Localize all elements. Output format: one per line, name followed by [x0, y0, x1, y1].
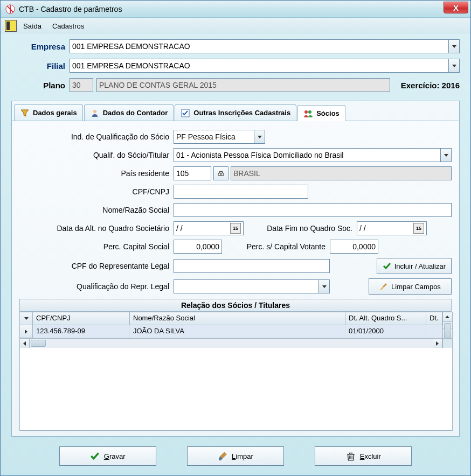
svg-point-4	[308, 110, 311, 114]
ind-qualif-combo[interactable]: PF Pessoa Física	[174, 130, 265, 144]
qualif-socio-label: Qualif. do Sócio/Titular	[19, 151, 174, 159]
scroll-left-icon[interactable]	[20, 339, 30, 348]
chevron-down-icon[interactable]	[440, 149, 451, 162]
cpf-label: CPF/CNPJ	[19, 187, 174, 196]
trash-icon	[346, 451, 356, 461]
cpf-input[interactable]	[174, 185, 308, 199]
tab-body-socios: Ind. de Qualificação do Sócio PF Pessoa …	[12, 121, 459, 436]
check-icon	[90, 451, 100, 461]
pais-code-input[interactable]	[174, 166, 211, 180]
binoculars-icon	[217, 170, 225, 177]
incluir-atualizar-button[interactable]: Incluir / Atualizar	[377, 258, 452, 274]
header-form: Empresa 001 EMPRESA DEMONSTRACAO Filial …	[11, 39, 460, 97]
empresa-combo[interactable]: 001 EMPRESA DEMONSTRACAO	[70, 39, 460, 53]
pais-label: País residente	[19, 169, 174, 178]
filial-value: 001 EMPRESA DEMONSTRACAO	[70, 61, 448, 70]
limpar-button[interactable]: Limpar	[187, 446, 284, 466]
brush-icon	[218, 451, 227, 461]
data-fim-input[interactable]: / / 15	[357, 221, 427, 235]
grid-hscrollbar[interactable]	[20, 338, 452, 348]
svg-point-3	[304, 110, 308, 114]
cell-nome: JOÃO DA SILVA	[130, 325, 345, 338]
cpf-repr-label: CPF do Representante Legal	[19, 262, 174, 270]
svg-point-5	[218, 173, 221, 176]
chevron-down-icon[interactable]	[448, 59, 459, 72]
grid-vscrollbar[interactable]	[442, 312, 452, 338]
perc-vot-label: Perc. s/ Capital Votante	[222, 242, 330, 251]
person-icon	[90, 108, 100, 118]
col-cpf[interactable]: CPF/CNPJ	[33, 312, 130, 325]
empresa-value: 001 EMPRESA DEMONSTRACAO	[70, 42, 448, 51]
plano-desc[interactable]	[96, 78, 390, 92]
app-window: CTB - Cadastro de parâmetros X Saída Cad…	[0, 0, 471, 476]
qualif-socio-combo[interactable]: 01 - Acionista Pessoa Física Domiciliado…	[174, 148, 452, 162]
data-alt-label: Data da Alt. no Quadro Societário	[19, 224, 174, 233]
search-pais-button[interactable]	[213, 166, 228, 180]
scroll-right-icon[interactable]	[433, 339, 442, 348]
tab-socios[interactable]: Sócios	[297, 105, 345, 121]
footer-buttons: Gravar Limpar Excluir	[11, 444, 460, 468]
perc-cap-input[interactable]	[174, 240, 222, 254]
pais-name	[231, 166, 452, 180]
col-nome[interactable]: Nome/Razão Social	[130, 312, 345, 325]
row-marker	[20, 325, 33, 338]
tab-dados-contador[interactable]: Dados do Contador	[84, 104, 174, 121]
data-fim-label: Data Fim no Quadro Soc.	[244, 224, 357, 233]
menu-cadastros[interactable]: Cadastros	[50, 20, 93, 32]
chevron-down-icon[interactable]	[448, 40, 459, 53]
check-icon	[383, 262, 391, 270]
app-icon	[5, 4, 16, 15]
grid-corner[interactable]	[20, 312, 33, 325]
calendar-icon[interactable]: 15	[413, 223, 424, 234]
filial-label: Filial	[11, 61, 70, 71]
window-title: CTB - Cadastro de parâmetros	[19, 5, 122, 13]
table-row[interactable]: 123.456.789-09 JOÃO DA SILVA 01/01/2000	[20, 325, 442, 338]
svg-point-1	[93, 110, 96, 113]
tabs-panel: Dados gerais Dados do Contador Outras In…	[11, 101, 460, 437]
grid-title: Relação dos Sócios / Titulares	[19, 299, 452, 312]
gravar-button[interactable]: Gravar	[59, 446, 156, 466]
nome-label: Nome/Razão Social	[19, 206, 174, 214]
chevron-down-icon[interactable]	[254, 130, 265, 143]
qualif-repr-combo[interactable]	[174, 279, 330, 293]
empresa-label: Empresa	[11, 42, 70, 51]
tab-strip: Dados gerais Dados do Contador Outras In…	[12, 101, 459, 121]
qualif-repr-label: Qualificação do Repr. Legal	[19, 282, 174, 291]
menubar: Saída Cadastros	[1, 18, 470, 34]
cell-cpf: 123.456.789-09	[33, 325, 130, 338]
broom-icon	[379, 282, 388, 291]
funnel-icon	[20, 108, 30, 118]
tab-outras-inscricoes[interactable]: Outras Inscrições Cadastrais	[175, 104, 296, 121]
cell-dt-alt: 01/01/2000	[345, 325, 426, 338]
people-icon	[303, 109, 313, 118]
scroll-up-icon[interactable]	[443, 312, 452, 322]
exit-icon[interactable]	[5, 20, 17, 32]
checkbox-icon	[181, 108, 190, 118]
filial-combo[interactable]: 001 EMPRESA DEMONSTRACAO	[70, 59, 460, 73]
calendar-icon[interactable]: 15	[230, 223, 241, 234]
ind-qualif-label: Ind. de Qualificação do Sócio	[19, 132, 174, 141]
chevron-down-icon[interactable]	[318, 280, 329, 293]
cpf-repr-input[interactable]	[174, 259, 330, 273]
socios-grid: CPF/CNPJ Nome/Razão Social Dt. Alt. Quad…	[19, 312, 453, 431]
data-alt-input[interactable]: / / 15	[174, 221, 244, 235]
tab-dados-gerais[interactable]: Dados gerais	[14, 104, 83, 121]
titlebar: CTB - Cadastro de parâmetros X	[1, 1, 470, 18]
exercicio-label: Exercício: 2016	[401, 81, 460, 90]
excluir-button[interactable]: Excluir	[315, 446, 412, 466]
nome-input[interactable]	[174, 203, 452, 217]
cell-dt	[426, 325, 442, 338]
col-dt-alt[interactable]: Dt. Alt. Quadro S...	[345, 312, 426, 325]
perc-cap-label: Perc. Capital Social	[19, 242, 174, 251]
perc-vot-input[interactable]	[330, 240, 378, 254]
close-button[interactable]: X	[444, 2, 468, 13]
limpar-campos-button[interactable]: Limpar Campos	[369, 278, 452, 295]
svg-point-6	[221, 173, 224, 176]
content-area: Empresa 001 EMPRESA DEMONSTRACAO Filial …	[1, 34, 470, 475]
menu-saida[interactable]: Saída	[21, 20, 50, 32]
plano-code[interactable]	[70, 78, 93, 92]
col-dt[interactable]: Dt.	[426, 312, 442, 325]
plano-label: Plano	[11, 81, 70, 90]
